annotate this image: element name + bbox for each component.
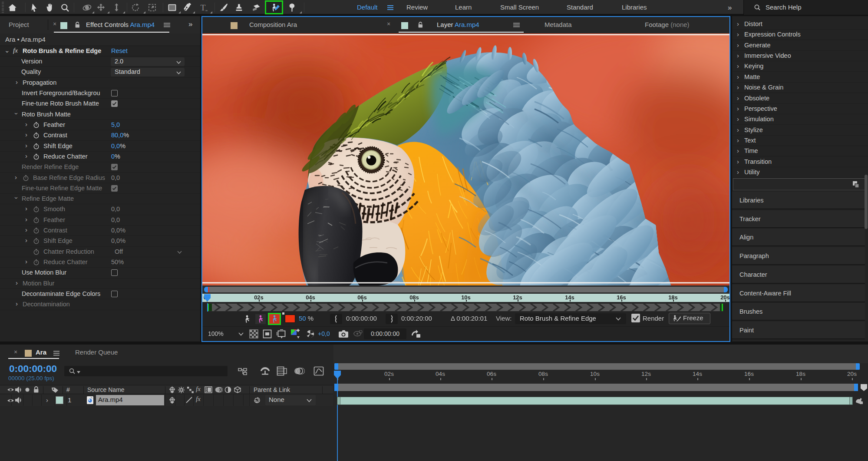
svg-text:T: T (200, 3, 205, 12)
